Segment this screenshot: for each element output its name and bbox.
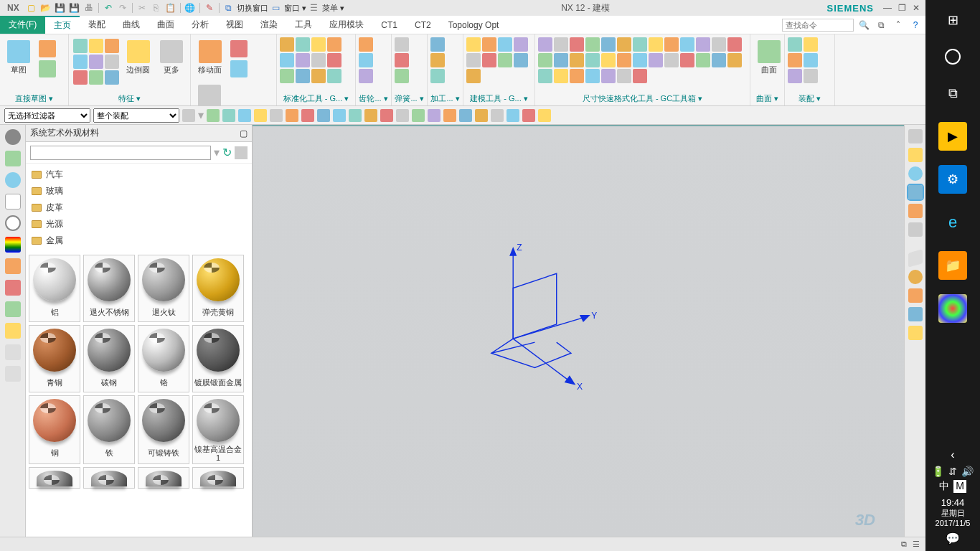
sel-icon[interactable] (349, 109, 362, 122)
ribbon-icon[interactable] (617, 37, 631, 52)
ribbon-icon[interactable] (482, 37, 496, 52)
ribbon-icon[interactable] (585, 69, 600, 83)
qa-print-icon[interactable]: 🖶 (83, 1, 95, 14)
tab-CT2[interactable]: CT2 (406, 16, 440, 34)
qa-open-icon[interactable]: 📂 (39, 1, 52, 14)
panel-undock-icon[interactable]: ▢ (240, 128, 248, 138)
search-icon[interactable]: 🔍 (857, 18, 871, 32)
ribbon-icon[interactable] (712, 53, 726, 67)
windows-start-icon[interactable]: ⊞ (938, 6, 967, 34)
ribbon-icon[interactable] (498, 53, 512, 67)
ric[interactable] (39, 60, 56, 77)
3d-viewport[interactable]: Z Y X 3D (253, 125, 904, 537)
ribbon-icon[interactable] (395, 53, 409, 67)
ribbon-group-label[interactable]: 齿轮... ▾ (356, 92, 391, 105)
material-search-input[interactable] (30, 146, 211, 160)
material-item[interactable]: 碳钢 (83, 325, 135, 392)
feature-icon[interactable] (105, 70, 119, 85)
tab-Topology Opt[interactable]: Topology Opt (440, 16, 508, 34)
ribbon-icon[interactable] (633, 37, 647, 52)
qa-redo-icon[interactable]: ↷ (116, 1, 129, 14)
ribbon-icon[interactable] (311, 69, 326, 83)
tab-渲染[interactable]: 渲染 (252, 16, 286, 34)
sel-icon[interactable] (380, 109, 393, 122)
qa-undo-icon[interactable]: ↶ (102, 1, 115, 14)
feature-icon[interactable] (89, 55, 103, 69)
material-item[interactable]: 退火不锈钢 (83, 255, 135, 322)
ribbon-icon[interactable] (696, 53, 710, 67)
ribbon-icon[interactable] (327, 37, 341, 52)
layers-icon[interactable] (5, 280, 21, 296)
sel-icon[interactable] (428, 109, 440, 122)
ric[interactable] (39, 40, 56, 57)
sel-icon[interactable] (238, 109, 251, 122)
material-item[interactable] (138, 467, 189, 489)
ribbon-icon[interactable] (664, 37, 679, 52)
qa-save-icon[interactable]: 💾 (54, 1, 67, 14)
tab-装配[interactable]: 装配 (80, 16, 114, 34)
sel-icon[interactable] (396, 109, 409, 122)
ribbon-icon[interactable] (296, 53, 310, 67)
sel-icon[interactable] (333, 109, 346, 122)
books-icon[interactable] (5, 151, 21, 166)
ribbon-icon[interactable] (804, 69, 818, 83)
app-edge-icon[interactable]: e (938, 208, 967, 237)
box-icon[interactable] (908, 249, 923, 267)
material-folder[interactable]: 玻璃 (32, 183, 246, 199)
cortana-icon[interactable] (945, 49, 961, 65)
edgeblend-icon[interactable] (127, 40, 150, 63)
more-icon[interactable] (198, 85, 221, 106)
ribbon-icon[interactable] (554, 53, 568, 67)
sel-icon[interactable] (286, 109, 298, 122)
sel-icon[interactable] (207, 109, 220, 122)
qa-copy-icon[interactable]: ⎘ (150, 1, 163, 14)
ribbon-icon[interactable] (538, 69, 552, 83)
ribbon-group-label[interactable]: 特征 ▾ (69, 92, 190, 105)
sketch-icon[interactable] (7, 40, 30, 63)
window-menu-label[interactable]: 窗口 ▾ (284, 3, 306, 14)
ribbon-icon[interactable] (498, 37, 512, 52)
collapse-ribbon-icon[interactable]: ˄ (891, 18, 905, 32)
sel-icon[interactable] (475, 109, 488, 122)
sel-icon[interactable] (538, 109, 551, 122)
material-item[interactable]: 铝 (29, 255, 80, 322)
ribbon-icon[interactable] (601, 69, 616, 83)
ribbon-group-label[interactable]: 标准化工具 - G... ▾ (277, 92, 355, 105)
tab-曲面[interactable]: 曲面 (149, 16, 183, 34)
material-item[interactable] (192, 467, 244, 489)
flag-icon[interactable] (5, 301, 21, 317)
material-item[interactable]: 退火钛 (138, 255, 189, 322)
material-item[interactable] (29, 467, 80, 489)
ribbon-icon[interactable] (788, 53, 802, 67)
material-item[interactable]: 可锻铸铁 (138, 395, 189, 464)
qa-new-icon[interactable]: ▢ (25, 1, 38, 14)
material-folder[interactable]: 金属 (32, 232, 246, 249)
ribbon-icon[interactable] (538, 37, 552, 52)
material-item[interactable]: 铜 (29, 395, 80, 464)
ribbon-icon[interactable] (280, 69, 294, 83)
ribbon-icon[interactable] (804, 37, 818, 52)
qa-winswitch-icon[interactable]: ⧉ (222, 1, 235, 14)
material-item[interactable]: 镀膜锻面金属 (192, 325, 244, 392)
qa-saveall-icon[interactable]: 💾 (68, 1, 81, 14)
tab-file[interactable]: 文件(F) (0, 16, 45, 34)
selection-filter-dropdown[interactable]: 无选择过滤器 (4, 108, 90, 123)
ribbon-icon[interactable] (804, 53, 818, 67)
feature-icon[interactable] (73, 39, 88, 53)
view-mode-icon[interactable] (235, 146, 248, 159)
tab-工具[interactable]: 工具 (286, 16, 321, 34)
ribbon-icon[interactable] (585, 37, 600, 52)
app-settings-icon[interactable]: ⚙ (938, 165, 967, 194)
material-folder[interactable]: 皮革 (32, 199, 246, 216)
tray-network-icon[interactable]: ⇵ (948, 466, 957, 477)
tab-分析[interactable]: 分析 (183, 16, 217, 34)
info-icon[interactable] (5, 172, 21, 188)
qa-menu-icon[interactable]: ☰ (308, 1, 321, 14)
ribbon-group-label[interactable]: 尺寸快速格式化工具 - GC工具箱 ▾ (535, 92, 750, 105)
gear-icon[interactable] (5, 129, 21, 145)
ribbon-group-label[interactable]: 直接草图 ▾ (0, 92, 68, 105)
doc-icon[interactable] (5, 194, 21, 209)
feature-icon[interactable] (89, 39, 103, 53)
ribbon-icon[interactable] (633, 69, 647, 83)
ribbon-icon[interactable] (395, 69, 409, 83)
